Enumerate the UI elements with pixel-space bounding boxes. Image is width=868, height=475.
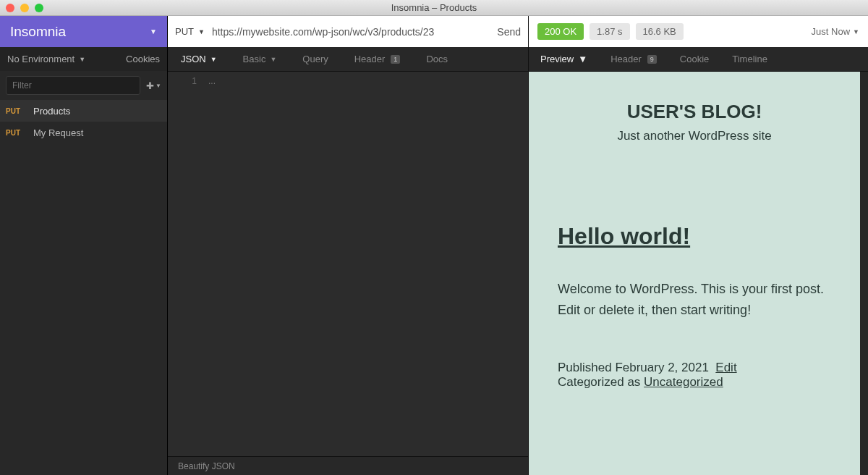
preview-scrollbar[interactable] bbox=[860, 72, 868, 475]
blog-title: USER'S BLOG! bbox=[558, 101, 831, 123]
caret-down-icon: ▼ bbox=[79, 56, 85, 63]
tab-auth[interactable]: Basic ▼ bbox=[230, 47, 290, 71]
tab-timeline-label: Timeline bbox=[732, 54, 767, 64]
environment-label: No Environment bbox=[7, 54, 75, 64]
send-button[interactable]: Send bbox=[497, 26, 521, 38]
tab-docs-label: Docs bbox=[426, 54, 448, 64]
post-body: Welcome to WordPress. This is your first… bbox=[558, 279, 831, 321]
beautify-button[interactable]: Beautify JSON bbox=[168, 456, 528, 475]
category-link[interactable]: Uncategorized bbox=[644, 375, 723, 389]
caret-down-icon: ▼ bbox=[270, 56, 276, 63]
request-item-products[interactable]: PUT Products bbox=[0, 100, 167, 122]
environment-bar: No Environment ▼ Cookies bbox=[0, 47, 167, 71]
plus-icon: ✚ bbox=[146, 80, 154, 91]
minimize-window-icon[interactable] bbox=[20, 4, 29, 12]
request-tabs: JSON ▼ Basic ▼ Query Header 1 Docs bbox=[168, 47, 528, 72]
environment-dropdown[interactable]: No Environment ▼ bbox=[7, 54, 85, 64]
window-title: Insomnia – Products bbox=[0, 2, 868, 13]
maximize-window-icon[interactable] bbox=[35, 4, 43, 12]
tab-docs[interactable]: Docs bbox=[413, 47, 461, 71]
tab-header[interactable]: Header 1 bbox=[341, 47, 414, 71]
cookies-button[interactable]: Cookies bbox=[126, 54, 160, 64]
add-request-button[interactable]: ✚ ▼ bbox=[146, 80, 161, 91]
window-titlebar: Insomnia – Products bbox=[0, 0, 868, 16]
size-pill: 16.6 KB bbox=[636, 23, 684, 40]
request-name: My Request bbox=[33, 127, 83, 138]
tab-preview[interactable]: Preview ▼ bbox=[529, 47, 599, 71]
tab-body-label: JSON bbox=[181, 54, 206, 64]
filter-bar: ✚ ▼ bbox=[0, 71, 167, 100]
blog-tagline: Just another WordPress site bbox=[558, 129, 831, 143]
tab-preview-label: Preview bbox=[540, 54, 574, 64]
response-preview[interactable]: USER'S BLOG! Just another WordPress site… bbox=[529, 72, 860, 475]
close-window-icon[interactable] bbox=[6, 4, 14, 12]
filter-input[interactable] bbox=[6, 76, 140, 95]
workspace-dropdown[interactable]: Insomnia ▼ bbox=[0, 16, 167, 47]
time-pill: 1.87 s bbox=[590, 23, 629, 40]
history-dropdown[interactable]: Just Now ▼ bbox=[812, 26, 859, 37]
traffic-lights bbox=[6, 4, 43, 12]
post-meta: Published February 2, 2021 Edit Categori… bbox=[558, 361, 831, 390]
url-bar: PUT ▼ https://mywebsite.com/wp-json/wc/v… bbox=[168, 16, 528, 47]
main-area: PUT ▼ https://mywebsite.com/wp-json/wc/v… bbox=[168, 16, 868, 475]
caret-down-icon: ▼ bbox=[150, 28, 157, 35]
tab-resp-header-label: Header bbox=[610, 54, 642, 64]
response-pane: 200 OK 1.87 s 16.6 KB Just Now ▼ Preview… bbox=[529, 16, 868, 475]
tab-cookie[interactable]: Cookie bbox=[668, 47, 720, 71]
method-dropdown[interactable]: PUT ▼ bbox=[175, 26, 205, 37]
header-count-badge: 1 bbox=[391, 55, 400, 64]
post-title-link[interactable]: Hello world! bbox=[558, 223, 831, 250]
request-list: PUT Products PUT My Request bbox=[0, 100, 167, 475]
request-name: Products bbox=[33, 106, 70, 117]
caret-down-icon: ▼ bbox=[853, 28, 859, 35]
request-pane: PUT ▼ https://mywebsite.com/wp-json/wc/v… bbox=[168, 16, 529, 475]
method-label: PUT bbox=[175, 26, 194, 37]
history-label: Just Now bbox=[812, 26, 850, 37]
method-badge: PUT bbox=[6, 129, 25, 137]
tab-body[interactable]: JSON ▼ bbox=[168, 47, 230, 71]
edit-link[interactable]: Edit bbox=[715, 361, 736, 374]
tab-query[interactable]: Query bbox=[289, 47, 341, 71]
caret-down-icon: ▼ bbox=[210, 56, 217, 63]
resp-header-count-badge: 9 bbox=[647, 55, 657, 64]
tab-timeline[interactable]: Timeline bbox=[720, 47, 779, 71]
workspace-name: Insomnia bbox=[10, 24, 66, 40]
method-badge: PUT bbox=[6, 107, 25, 115]
status-pills: 200 OK 1.87 s 16.6 KB bbox=[537, 23, 684, 40]
line-number: 1 bbox=[168, 76, 203, 86]
sidebar: Insomnia ▼ No Environment ▼ Cookies ✚ ▼ … bbox=[0, 16, 168, 475]
editor-line: ... bbox=[208, 76, 216, 86]
caret-down-icon: ▼ bbox=[198, 28, 205, 35]
url-input[interactable]: https://mywebsite.com/wp-json/wc/v3/prod… bbox=[212, 26, 490, 38]
tab-cookie-label: Cookie bbox=[680, 54, 709, 64]
response-tabs: Preview ▼ Header 9 Cookie Timeline bbox=[529, 47, 868, 72]
tab-auth-label: Basic bbox=[243, 54, 266, 64]
caret-down-icon: ▼ bbox=[578, 54, 587, 64]
published-label: Published bbox=[558, 361, 615, 374]
categorized-label: Categorized as bbox=[558, 375, 644, 389]
tab-header-label: Header bbox=[354, 54, 386, 64]
status-code-pill: 200 OK bbox=[537, 23, 584, 40]
tab-query-label: Query bbox=[302, 54, 328, 64]
request-item-my-request[interactable]: PUT My Request bbox=[0, 122, 167, 143]
body-editor[interactable]: 1 ... bbox=[168, 72, 528, 456]
response-status-bar: 200 OK 1.87 s 16.6 KB Just Now ▼ bbox=[529, 16, 868, 47]
caret-down-icon: ▼ bbox=[156, 83, 161, 89]
published-date: February 2, 2021 bbox=[615, 361, 708, 374]
tab-resp-header[interactable]: Header 9 bbox=[599, 47, 668, 71]
